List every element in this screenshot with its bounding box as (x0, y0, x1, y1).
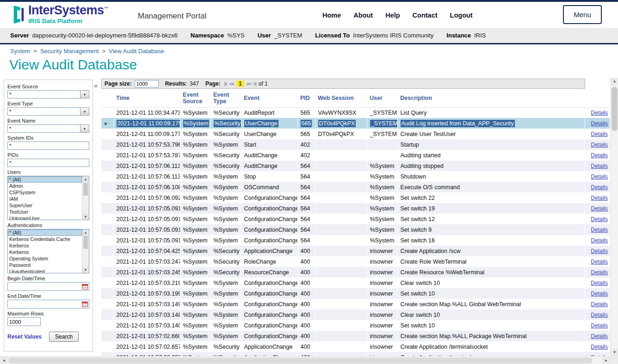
scroll-up-icon[interactable]: ▲ (82, 176, 89, 182)
details-link[interactable]: Details (591, 269, 608, 276)
users-option[interactable]: Admin (8, 183, 82, 189)
table-row[interactable]: 2021-12-01 10:57:03.247 %System %Securit… (101, 256, 610, 267)
table-row[interactable]: 2021-12-01 10:57:03.219 %System %System … (101, 278, 610, 288)
nav-home[interactable]: Home (322, 12, 341, 19)
table-row[interactable]: 2021-12-01 10:57:03.140 %System %System … (101, 320, 610, 331)
table-row[interactable]: 2021-12-01 10:57:03.149 %System %System … (101, 299, 610, 309)
calendar-icon[interactable] (82, 301, 88, 307)
details-link[interactable]: Details (591, 216, 608, 222)
breadcrumb-system[interactable]: System (10, 48, 30, 55)
users-listbox-scrollbar[interactable]: ▲ ▼ (82, 176, 89, 220)
details-link[interactable]: Details (591, 237, 608, 244)
table-row[interactable]: 2021-12-01 10:57:06.113 %System %System … (101, 171, 610, 182)
table-row[interactable]: » 2021-12-01 11:00:09.179 %System %Secur… (101, 118, 610, 129)
details-link[interactable]: Details (591, 301, 608, 308)
scrollbar-thumb[interactable] (83, 236, 88, 249)
table-row[interactable]: 2021-12-01 10:57:06.113 %System %Securit… (101, 160, 610, 171)
table-row[interactable]: 2021-12-01 10:57:05.091 %System %System … (101, 224, 610, 235)
event-type-input[interactable] (7, 107, 80, 116)
details-link[interactable]: Details (591, 290, 608, 297)
nav-logout[interactable]: Logout (450, 12, 473, 19)
details-link[interactable]: Details (591, 142, 608, 148)
table-row[interactable]: 2021-12-01 10:57:04.425 %System %Securit… (101, 246, 610, 256)
col-header-event-type[interactable]: Event Type (210, 90, 241, 107)
details-link[interactable]: Details (591, 248, 608, 254)
scrollbar-thumb[interactable] (8, 358, 592, 364)
sidebar-collapse-icon[interactable]: « (94, 81, 98, 89)
table-row[interactable]: 2021-12-01 10:57:06.108 %System %System … (101, 182, 610, 192)
end-date-input[interactable] (7, 300, 89, 308)
search-button[interactable]: Search (49, 332, 79, 342)
col-header-event[interactable]: Event (241, 90, 297, 107)
details-link[interactable]: Details (591, 344, 608, 350)
scroll-down-icon[interactable]: ▼ (82, 267, 89, 273)
scroll-up-icon[interactable]: ▲ (611, 78, 618, 85)
table-row[interactable]: 2021-12-01 10:57:05.091 %System %System … (101, 203, 610, 214)
details-link[interactable]: Details (591, 131, 608, 137)
table-row[interactable]: 2021-12-01 10:57:05.091 %System %System … (101, 214, 610, 224)
event-source-dropdown-button[interactable]: ▼ (80, 90, 89, 99)
users-option[interactable]: SuperUser (8, 202, 82, 209)
details-link[interactable]: Details (591, 322, 608, 329)
table-row[interactable]: 2021-12-01 10:57:53.787 %System %Securit… (101, 150, 610, 160)
authentications-option[interactable]: Unauthenticated (8, 268, 82, 273)
nav-about[interactable]: About (353, 12, 373, 19)
table-row[interactable]: 2021-12-01 10:57:02.660 %System %System … (101, 331, 610, 341)
system-ids-input[interactable] (7, 142, 89, 150)
page-size-input[interactable] (135, 80, 159, 87)
pager-prev-button[interactable]: << (229, 81, 234, 86)
users-listbox[interactable]: * (All)AdminCSPSystemIAMSuperUserTestUse… (7, 176, 89, 220)
col-header-pid[interactable]: PID (297, 90, 315, 107)
authentications-listbox-scrollbar[interactable]: ▲ ▼ (82, 229, 89, 273)
col-header-time[interactable]: Time (113, 90, 180, 107)
details-link[interactable]: Details (591, 195, 608, 201)
details-link[interactable]: Details (591, 110, 608, 116)
table-row[interactable]: 2021-12-01 10:57:53.796 %System %System … (101, 139, 610, 150)
col-header-user[interactable]: User (367, 90, 397, 107)
details-link[interactable]: Details (591, 227, 608, 233)
details-link[interactable]: Details (591, 120, 608, 127)
event-name-input[interactable] (7, 124, 80, 133)
event-source-input[interactable] (7, 90, 80, 99)
details-link[interactable]: Details (591, 280, 608, 286)
users-option[interactable]: IAM (8, 196, 82, 202)
menu-button[interactable]: Menu (563, 5, 602, 24)
table-row[interactable]: 2021-12-01 11:00:34.473 %System %Securit… (101, 107, 610, 118)
col-header-web-session[interactable]: Web Session (315, 90, 367, 107)
event-name-dropdown-button[interactable]: ▼ (80, 124, 89, 133)
details-link[interactable]: Details (591, 152, 608, 159)
pager-next-button[interactable]: >> (247, 81, 251, 86)
users-option[interactable]: * (All) (8, 176, 82, 183)
table-row[interactable]: 2021-12-01 10:57:03.199 %System %System … (101, 288, 610, 299)
details-link[interactable]: Details (591, 205, 608, 212)
scrollbar-thumb[interactable] (83, 183, 88, 196)
users-option[interactable]: CSPSystem (8, 189, 82, 196)
reset-values-link[interactable]: Reset Values (7, 333, 42, 340)
authentications-listbox[interactable]: * (All)Kerberos Credentials CacheKerbero… (7, 229, 89, 273)
scroll-up-icon[interactable]: ▲ (82, 229, 89, 235)
table-row[interactable]: 2021-12-01 10:57:02.655 %System %Securit… (101, 352, 610, 356)
table-row[interactable]: 2021-12-01 10:57:03.148 %System %System … (101, 309, 610, 320)
details-link[interactable]: Details (591, 184, 608, 191)
details-link[interactable]: Details (591, 259, 608, 265)
users-option[interactable]: TestUser (8, 209, 82, 215)
breadcrumb-view-audit-database[interactable]: View Audit Database (109, 48, 164, 55)
scroll-down-icon[interactable]: ▼ (82, 214, 89, 220)
users-option[interactable]: UnknownUser (8, 215, 82, 220)
authentications-option[interactable]: * (All) (8, 229, 82, 236)
col-header-description[interactable]: Description (397, 90, 585, 107)
table-row[interactable]: 2021-12-01 10:57:02.657 %System %Securit… (101, 341, 610, 352)
scroll-down-icon[interactable]: ▼ (611, 349, 618, 356)
scroll-right-icon[interactable]: ► (602, 357, 610, 364)
details-link[interactable]: Details (591, 333, 608, 339)
vertical-scrollbar[interactable]: ▲ ▼ (610, 78, 618, 356)
authentications-option[interactable]: Kerberos Credentials Cache (8, 236, 82, 242)
authentications-option[interactable]: Kerberos (8, 249, 82, 255)
details-link[interactable]: Details (591, 312, 608, 318)
table-row[interactable]: 2021-12-01 10:57:03.245 %System %Securit… (101, 267, 610, 278)
table-row[interactable]: 2021-12-01 10:57:06.092 %System %System … (101, 192, 610, 203)
pager-current-page[interactable]: 1 (236, 80, 244, 87)
horizontal-scrollbar[interactable]: ◄ ► (0, 356, 610, 364)
calendar-icon[interactable] (82, 284, 88, 290)
scrollbar-thumb[interactable] (612, 87, 618, 131)
